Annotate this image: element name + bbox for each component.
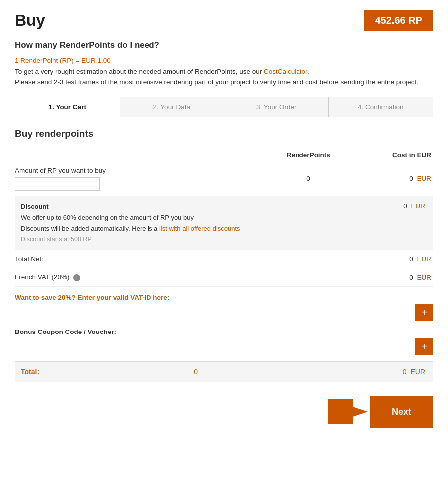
discount-line3: Discount starts at 500 RP	[21, 234, 352, 245]
step-4-confirmation[interactable]: 4. Confirmation	[329, 97, 433, 117]
coupon-input[interactable]	[15, 339, 415, 354]
amount-input[interactable]	[15, 177, 100, 191]
discount-line2: Discounts will be added automatically. H…	[21, 223, 352, 234]
discount-title: Discount	[21, 201, 352, 212]
header-row: Buy 452.66 RP	[15, 10, 433, 31]
coupon-section: Bonus Coupon Code / Voucher: +	[15, 328, 433, 355]
total-net-row: Total Net: 0 EUR	[15, 250, 433, 268]
total-row: Total: 0 0 EUR	[15, 361, 433, 382]
page-title: Buy	[15, 11, 45, 30]
steps-row: 1. Your Cart 2. Your Data 3. Your Order …	[15, 97, 433, 117]
coupon-add-button[interactable]: +	[415, 338, 433, 355]
info-block: 1 RenderPoint (RP) = EUR 1.00 To get a v…	[15, 55, 433, 88]
rp-rate-text: 1 RenderPoint (RP) = EUR 1.00	[15, 57, 111, 64]
col-rp-header: RenderPoints	[259, 151, 358, 159]
vat-id-input[interactable]	[15, 305, 415, 320]
vat-row: French VAT (20%) i 0 EUR	[15, 268, 433, 286]
amount-rp-value: 0	[259, 175, 358, 182]
vat-id-input-row: +	[15, 304, 433, 321]
how-many-title: How many RenderPoints do I need?	[15, 40, 433, 50]
cost-calc-after: .	[307, 68, 309, 75]
vat-id-label: Want to save 20%? Enter your valid VAT-I…	[15, 294, 433, 301]
discount-line1: We offer up to 60% depending on the amou…	[21, 212, 352, 223]
amount-row: Amount of RP you want to buy 0 0 EUR	[15, 162, 433, 196]
rp-rate-line: 1 RenderPoint (RP) = EUR 1.00	[15, 55, 433, 66]
step-3-your-order[interactable]: 3. Your Order	[224, 97, 329, 117]
next-button-wrapper: Next	[370, 396, 433, 428]
rp-balance-badge: 452.66 RP	[364, 10, 433, 31]
coupon-input-row: +	[15, 338, 433, 355]
total-label: Total:	[21, 368, 39, 376]
cost-calc-before: To get a very rought estimation about th…	[15, 68, 264, 75]
total-net-label: Total Net:	[15, 255, 259, 263]
col-cost-header: Cost in EUR	[358, 151, 433, 159]
discount-block: Discount We offer up to 60% depending on…	[15, 196, 433, 251]
buy-section-title: Buy renderpoints	[15, 128, 433, 139]
total-rp-value: 0	[39, 368, 352, 376]
step-1-your-cart[interactable]: 1. Your Cart	[15, 97, 120, 117]
buy-section: Buy renderpoints RenderPoints Cost in EU…	[15, 128, 433, 382]
discount-info: Discount We offer up to 60% depending on…	[21, 201, 352, 245]
total-cost-value: 0 EUR	[352, 368, 427, 376]
step-2-your-data[interactable]: 2. Your Data	[120, 97, 225, 117]
test-frames-line: Please send 2-3 test frames of the most …	[15, 77, 433, 88]
cost-calculator-link[interactable]: CostCalculator	[264, 68, 307, 75]
vat-label: French VAT (20%)	[15, 273, 70, 281]
vat-id-section: Want to save 20%? Enter your valid VAT-I…	[15, 294, 433, 321]
coupon-label: Bonus Coupon Code / Voucher:	[15, 328, 433, 335]
next-button[interactable]: Next	[372, 398, 431, 426]
table-header: RenderPoints Cost in EUR	[15, 148, 433, 162]
amount-cost-value: 0 EUR	[358, 175, 433, 182]
discount-list-link[interactable]: list with all offered discounts	[159, 225, 240, 232]
vat-cost: 0 EUR	[358, 274, 433, 281]
amount-label: Amount of RP you want to buy	[15, 167, 259, 174]
vat-info-icon[interactable]: i	[73, 274, 80, 281]
how-many-section: How many RenderPoints do I need? 1 Rende…	[15, 40, 433, 88]
vat-id-add-button[interactable]: +	[415, 304, 433, 321]
svg-marker-0	[328, 399, 368, 424]
next-area: Next	[15, 396, 433, 428]
next-arrow-icon	[328, 397, 368, 427]
cost-calculator-line: To get a very rought estimation about th…	[15, 66, 433, 77]
discount-value: 0 EUR	[352, 201, 427, 210]
total-net-cost: 0 EUR	[358, 255, 433, 263]
